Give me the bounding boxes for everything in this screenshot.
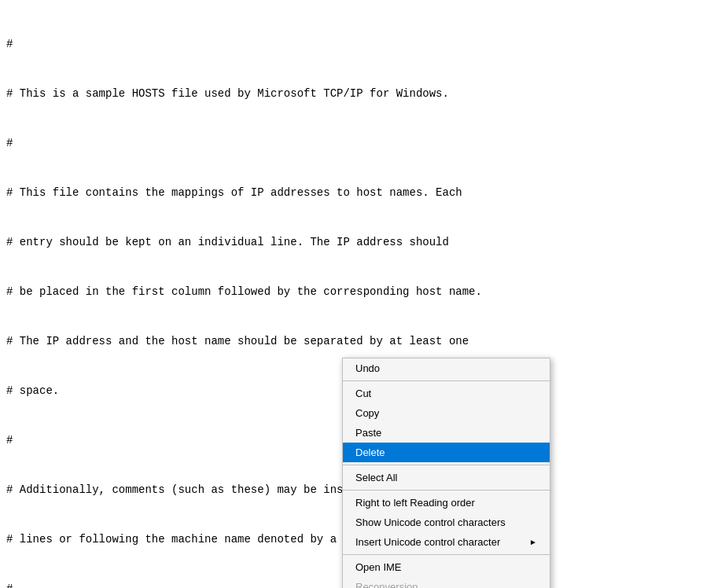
menu-item-insert-unicode[interactable]: Insert Unicode control character ► bbox=[343, 532, 550, 552]
text-line: # bbox=[6, 36, 708, 53]
menu-separator bbox=[343, 380, 550, 381]
text-line: # This file contains the mappings of IP … bbox=[6, 185, 708, 201]
menu-item-show-unicode[interactable]: Show Unicode control characters bbox=[343, 513, 550, 532]
menu-separator bbox=[343, 490, 550, 491]
menu-item-cut[interactable]: Cut bbox=[343, 384, 550, 403]
text-line: # be placed in the first column followed… bbox=[6, 284, 708, 300]
context-menu: Undo Cut Copy Paste Delete Select All Ri… bbox=[342, 358, 550, 588]
menu-separator bbox=[343, 554, 550, 555]
menu-item-open-ime[interactable]: Open IME bbox=[343, 557, 550, 577]
menu-item-delete[interactable]: Delete bbox=[343, 443, 550, 462]
menu-item-undo[interactable]: Undo bbox=[343, 358, 550, 378]
menu-item-paste[interactable]: Paste bbox=[343, 423, 550, 443]
text-line: # The IP address and the host name shoul… bbox=[6, 333, 708, 350]
submenu-arrow-icon: ► bbox=[529, 538, 537, 546]
text-line: # entry should be kept on an individual … bbox=[6, 234, 708, 251]
text-line: # bbox=[6, 135, 708, 152]
menu-item-reconversion: Reconversion bbox=[343, 577, 550, 588]
text-line: # This is a sample HOSTS file used by Mi… bbox=[6, 86, 708, 102]
menu-separator bbox=[343, 465, 550, 465]
menu-item-copy[interactable]: Copy bbox=[343, 403, 550, 423]
menu-item-rtl-reading[interactable]: Right to left Reading order bbox=[343, 493, 550, 513]
menu-item-select-all[interactable]: Select All bbox=[343, 468, 550, 487]
